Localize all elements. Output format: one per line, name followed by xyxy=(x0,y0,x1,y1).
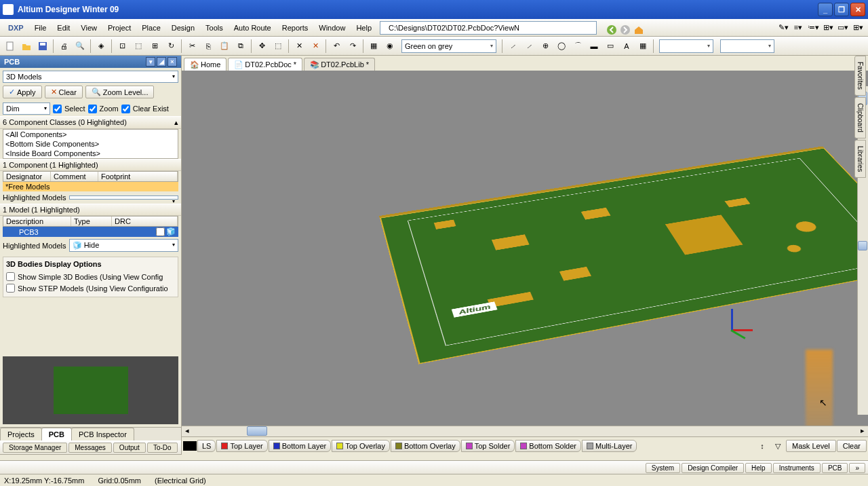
layer-top-overlay[interactable]: Top Overlay xyxy=(332,440,390,452)
model-chk[interactable] xyxy=(156,227,165,236)
layer-top[interactable]: Top Layer xyxy=(216,440,267,452)
layer-ls[interactable]: LS xyxy=(197,440,216,452)
tab-pcb[interactable]: PCB xyxy=(41,428,72,441)
undo-icon[interactable]: ↶ xyxy=(329,39,344,54)
tab-home[interactable]: 🏠Home xyxy=(184,58,226,71)
mini-map[interactable] xyxy=(3,356,178,424)
tab-pcblib[interactable]: 📚DT02.PcbLib * xyxy=(304,58,375,71)
footer-design[interactable]: Design Compiler xyxy=(682,463,744,473)
select-icon[interactable]: ⬚ xyxy=(271,39,285,54)
via-icon[interactable]: ⊕ xyxy=(538,39,553,54)
list-item[interactable]: <All Components> xyxy=(3,130,178,139)
panel-drop-icon[interactable]: ▾ xyxy=(146,57,155,67)
tool-a-icon[interactable]: ✎▾ xyxy=(776,20,791,35)
color-theme-combo[interactable]: Green on grey xyxy=(401,39,496,53)
tool-grid-icon[interactable]: ⊞▾ xyxy=(850,20,865,35)
preview-icon[interactable]: 🔍 xyxy=(73,39,87,54)
clear-mask-button[interactable]: Clear xyxy=(837,440,867,452)
comp-row[interactable]: *Free Models xyxy=(3,182,178,191)
cross-icon[interactable]: ✕ xyxy=(292,39,307,54)
tab-clipboard[interactable]: Clipboard xyxy=(854,97,866,138)
menu-tools[interactable]: Tools xyxy=(200,22,229,34)
menu-reports[interactable]: Reports xyxy=(277,22,314,34)
deselect-icon[interactable]: ✕ xyxy=(308,39,323,54)
menu-place[interactable]: Place xyxy=(136,22,166,34)
panel-pin-icon[interactable]: ◢ xyxy=(157,57,166,67)
copy-icon[interactable]: ⎘ xyxy=(201,39,216,54)
nav-fwd-icon[interactable] xyxy=(614,22,625,33)
zoom-fit-icon[interactable]: ⊡ xyxy=(115,39,130,54)
list-item[interactable]: <Inside Board Components> xyxy=(3,149,178,158)
classes-list[interactable]: <All Components> <Bottom Side Components… xyxy=(3,129,178,159)
opt1-check[interactable] xyxy=(6,272,15,281)
horizontal-scrollbar[interactable]: ◂ ▸ xyxy=(182,426,868,436)
zoom-check[interactable] xyxy=(88,105,97,113)
3d-viewport[interactable]: Altium ↖ xyxy=(182,71,868,426)
mode-icon[interactable]: ▦ xyxy=(366,39,381,54)
move-icon[interactable]: ✥ xyxy=(254,39,269,54)
list-item[interactable]: <Bottom Side Components> xyxy=(3,139,178,149)
menu-design[interactable]: Design xyxy=(166,22,200,34)
layer-bottom-overlay[interactable]: Bottom Overlay xyxy=(391,440,460,452)
footer-pcb[interactable]: PCB xyxy=(822,463,848,473)
arc-icon[interactable]: ⌒ xyxy=(570,39,585,54)
zoom-area-icon[interactable]: ⬚ xyxy=(131,39,146,54)
footer-instruments[interactable]: Instruments xyxy=(773,463,821,473)
paste-icon[interactable]: 📋 xyxy=(217,39,232,54)
layers-icon[interactable]: ◈ xyxy=(94,39,108,54)
cut-icon[interactable]: ✂ xyxy=(184,39,199,54)
layer-bottom[interactable]: Bottom Layer xyxy=(269,440,331,452)
layer-filter-icon[interactable]: ▽ xyxy=(770,438,785,453)
route2-icon[interactable]: ⟋ xyxy=(521,39,536,54)
dim-combo[interactable]: Dim xyxy=(3,102,50,115)
nav-back-icon[interactable] xyxy=(601,22,612,33)
tab-inspector[interactable]: PCB Inspector xyxy=(71,428,134,441)
zoom-sel-icon[interactable]: ⊞ xyxy=(147,39,162,54)
hide-combo[interactable]: 🧊 Hide xyxy=(69,239,178,252)
redo-icon[interactable]: ↷ xyxy=(345,39,360,54)
layer-multi[interactable]: Multi-Layer xyxy=(582,440,637,452)
mask-level-button[interactable]: Mask Level xyxy=(786,440,836,452)
text-icon[interactable]: A xyxy=(619,39,634,54)
close-button[interactable]: ✕ xyxy=(850,3,865,16)
menu-window[interactable]: Window xyxy=(313,22,351,34)
layer-top-solder[interactable]: Top Solder xyxy=(461,440,515,452)
mode-combo[interactable]: 3D Models xyxy=(3,71,178,83)
apply-button[interactable]: ✓Apply xyxy=(3,86,42,98)
tab-projects[interactable]: Projects xyxy=(0,428,42,441)
hl-models-combo[interactable] xyxy=(69,195,178,200)
menu-autoroute[interactable]: Auto Route xyxy=(229,22,277,34)
tab-storage[interactable]: Storage Manager xyxy=(3,443,67,453)
maximize-button[interactable]: ❐ xyxy=(834,3,849,16)
clearexist-check[interactable] xyxy=(121,105,130,113)
mode2-icon[interactable]: ◉ xyxy=(382,39,397,54)
dup-icon[interactable]: ⧉ xyxy=(233,39,248,54)
menu-dxp[interactable]: DXP xyxy=(3,22,29,34)
route-icon[interactable]: ⟋ xyxy=(505,39,520,54)
fill-icon[interactable]: ▬ xyxy=(587,39,601,54)
menu-view[interactable]: View xyxy=(75,22,102,34)
menu-project[interactable]: Project xyxy=(102,22,136,34)
pad-icon[interactable]: ◯ xyxy=(554,39,569,54)
region-icon[interactable]: ▭ xyxy=(603,39,618,54)
save-icon[interactable] xyxy=(35,39,50,54)
nav-home-icon[interactable] xyxy=(628,22,639,33)
tab-favorites[interactable]: Favorites xyxy=(854,56,866,96)
model-row[interactable]: PCB3 🧊 xyxy=(3,227,178,237)
select-check[interactable] xyxy=(53,105,62,113)
opt2-check[interactable] xyxy=(6,284,15,293)
layer-nav-icon[interactable]: ↕ xyxy=(755,438,770,453)
tool-c-icon[interactable]: ≔▾ xyxy=(806,20,821,35)
tool-e-icon[interactable]: ▭▾ xyxy=(835,20,850,35)
minimize-button[interactable]: _ xyxy=(818,3,833,16)
clear-button[interactable]: ✕Clear xyxy=(45,86,83,98)
combo-b[interactable] xyxy=(720,39,774,53)
array-icon[interactable]: ▦ xyxy=(635,39,650,54)
print-icon[interactable]: 🖨 xyxy=(56,39,71,54)
layer-bottom-solder[interactable]: Bottom Solder xyxy=(515,440,581,452)
tab-todo[interactable]: To-Do xyxy=(147,443,178,453)
tab-pcbdoc[interactable]: 📄DT02.PcbDoc * xyxy=(228,58,302,71)
tab-libraries[interactable]: Libraries xyxy=(854,140,866,178)
menu-edit[interactable]: Edit xyxy=(52,22,75,34)
zoom-level-button[interactable]: 🔍Zoom Level... xyxy=(85,86,155,98)
